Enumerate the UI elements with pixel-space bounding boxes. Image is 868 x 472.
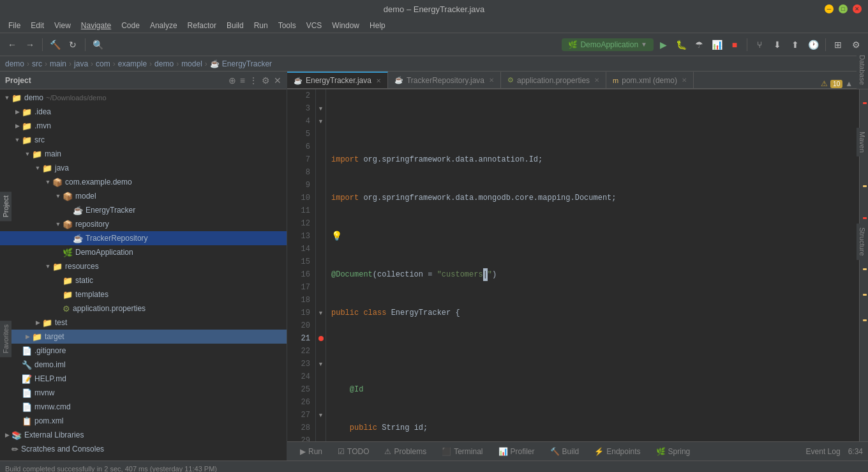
structure-tab[interactable]: Structure [857,224,868,260]
gutter-19[interactable]: ▼ [316,307,326,319]
tab-problems[interactable]: ⚠ Problems [377,442,434,461]
menu-build[interactable]: Build [222,20,248,31]
tree-item-demoapplication[interactable]: ▶ 🌿 DemoApplication [0,245,287,259]
tree-item-target[interactable]: ▶ 📁 target [0,330,287,344]
tab-profiler[interactable]: 📊 Profiler [491,442,542,461]
settings-button[interactable]: ⚙ [848,36,864,53]
fold-arrow-27[interactable]: ▼ [318,412,324,418]
layout-button[interactable]: ⊞ [830,36,846,53]
run-config-selector[interactable]: 🌿 DemoApplication ▼ [562,38,654,51]
project-tab[interactable]: Project [0,192,11,221]
tree-item-demo[interactable]: ▼ 📁 demo ~/Downloads/demo [0,91,287,105]
tree-arrow-java-folder[interactable]: ▼ [33,165,42,171]
fold-arrow-4[interactable]: ▼ [318,118,324,125]
tab-run[interactable]: ▶ Run [292,442,330,461]
debug-button[interactable]: 🐛 [673,36,689,53]
tree-item-helpmd[interactable]: ▶ 📝 HELP.md [0,372,287,386]
breadcrumb-example[interactable]: example [118,59,147,68]
profiler-button[interactable]: 📊 [708,36,725,53]
tree-item-trackerrepository[interactable]: ▶ ☕ TrackerRepository [0,231,287,245]
tab-energytracker[interactable]: ☕ EnergyTracker.java ✕ [287,72,388,88]
tab-pomxml[interactable]: m pom.xml (demo) ✕ [606,72,694,88]
tree-arrow-main[interactable]: ▼ [23,151,32,157]
search-everywhere-button[interactable]: 🔍 [89,36,106,53]
tree-item-package-com[interactable]: ▼ 📦 com.example.demo [0,175,287,189]
breadcrumb-java[interactable]: java [74,59,88,68]
tree-item-templates[interactable]: ▶ 📁 templates [0,287,287,301]
minimize-button[interactable]: ─ [825,4,834,13]
tree-item-external-libs[interactable]: ▶ 📚 External Libraries [0,428,287,442]
tree-arrow-resources[interactable]: ▼ [43,263,52,270]
stop-button[interactable]: ■ [726,36,743,53]
event-log-label[interactable]: Event Log [806,447,841,456]
collapse-all-button[interactable]: ≡ [240,75,245,86]
tree-item-repository[interactable]: ▼ 📦 repository [0,217,287,231]
fold-arrow-3[interactable]: ▼ [318,105,324,112]
tree-item-idea[interactable]: ▶ 📁 .idea [0,105,287,119]
tree-item-energytracker[interactable]: ▶ ☕ EnergyTracker [0,203,287,217]
tree-arrow-test[interactable]: ▶ [33,319,42,326]
tree-options-button[interactable]: ⋮ [249,75,258,86]
tree-item-model[interactable]: ▼ 📦 model [0,189,287,203]
tree-item-test[interactable]: ▶ 📁 test [0,316,287,330]
tree-item-mvn[interactable]: ▶ 📁 .mvn [0,119,287,133]
run-config-dropdown-icon[interactable]: ▼ [641,41,647,48]
tab-close-pomxml[interactable]: ✕ [682,77,687,84]
tree-item-appprops[interactable]: ▶ ⚙ application.properties [0,301,287,316]
menu-view[interactable]: View [50,20,75,31]
tree-item-mvnw[interactable]: ▶ 📄 mvnw [0,386,287,400]
gutter-4[interactable]: ▼ [316,115,326,128]
tree-arrow-external-libs[interactable]: ▶ [3,432,11,438]
maven-tab[interactable]: Maven [857,128,868,156]
breadcrumb-file[interactable]: EnergyTracker [222,59,272,68]
tree-item-src[interactable]: ▼ 📁 src [0,133,287,147]
tree-item-demoiml[interactable]: ▶ 🔧 demo.iml [0,358,287,372]
menu-navigate[interactable]: Navigate [77,20,116,31]
tree-arrow-src[interactable]: ▼ [13,137,22,143]
tree-item-pomxml[interactable]: ▶ 📋 pom.xml [0,414,287,428]
update-button[interactable]: ⬇ [769,36,786,53]
tree-item-mvnwcmd[interactable]: ▶ 📄 mvnw.cmd [0,400,287,414]
forward-button[interactable]: → [22,36,38,53]
breadcrumb-com[interactable]: com [96,59,110,68]
fold-arrow-19[interactable]: ▼ [318,310,324,316]
menu-vcs[interactable]: VCS [302,20,327,31]
menu-refactor[interactable]: Refactor [183,20,221,31]
tree-arrow-mvn[interactable]: ▶ [13,123,22,129]
gutter-23[interactable]: ▼ [316,358,326,370]
maximize-button[interactable]: □ [839,4,848,13]
git-button[interactable]: ⑂ [751,36,768,53]
gutter-3[interactable]: ▼ [316,102,326,115]
menu-window[interactable]: Window [327,20,364,31]
warning-chevron-up[interactable]: ▲ [845,79,853,88]
menu-help[interactable]: Help [365,20,390,31]
menu-tools[interactable]: Tools [274,20,301,31]
tree-item-scratches[interactable]: ▶ ✏ Scratches and Consoles [0,442,287,456]
close-button[interactable]: ✕ [853,4,862,13]
back-button[interactable]: ← [4,36,20,53]
breadcrumb-main[interactable]: main [50,59,66,68]
tab-spring[interactable]: 🌿 Spring [648,442,698,461]
tab-close-trackerrepository[interactable]: ✕ [489,77,494,84]
database-tab[interactable]: Database [857,51,868,89]
breadcrumb-src[interactable]: src [32,59,42,68]
tree-arrow-idea[interactable]: ▶ [13,109,22,115]
tab-terminal[interactable]: ⬛ Terminal [434,442,490,461]
tree-arrow-package-com[interactable]: ▼ [43,179,52,185]
breadcrumb-demo2[interactable]: demo [154,59,174,68]
fold-arrow-23[interactable]: ▼ [318,361,324,367]
tab-appprops[interactable]: ⚙ application.properties ✕ [501,72,606,88]
tab-close-energytracker[interactable]: ✕ [376,77,381,84]
sync-button[interactable]: ↻ [64,36,81,53]
tab-trackerrepository[interactable]: ☕ TrackerRepository.java ✕ [388,72,501,88]
tree-item-resources[interactable]: ▼ 📁 resources [0,259,287,273]
breadcrumb-model[interactable]: model [181,59,202,68]
tree-arrow-model[interactable]: ▼ [54,193,63,199]
tree-item-java-folder[interactable]: ▼ 📁 java [0,161,287,175]
push-button[interactable]: ⬆ [787,36,804,53]
history-button[interactable]: 🕐 [805,36,821,53]
menu-run[interactable]: Run [250,20,273,31]
build-button[interactable]: 🔨 [47,36,63,53]
tree-item-gitignore[interactable]: ▶ 📄 .gitignore [0,344,287,358]
breadcrumb-demo[interactable]: demo [5,59,24,68]
